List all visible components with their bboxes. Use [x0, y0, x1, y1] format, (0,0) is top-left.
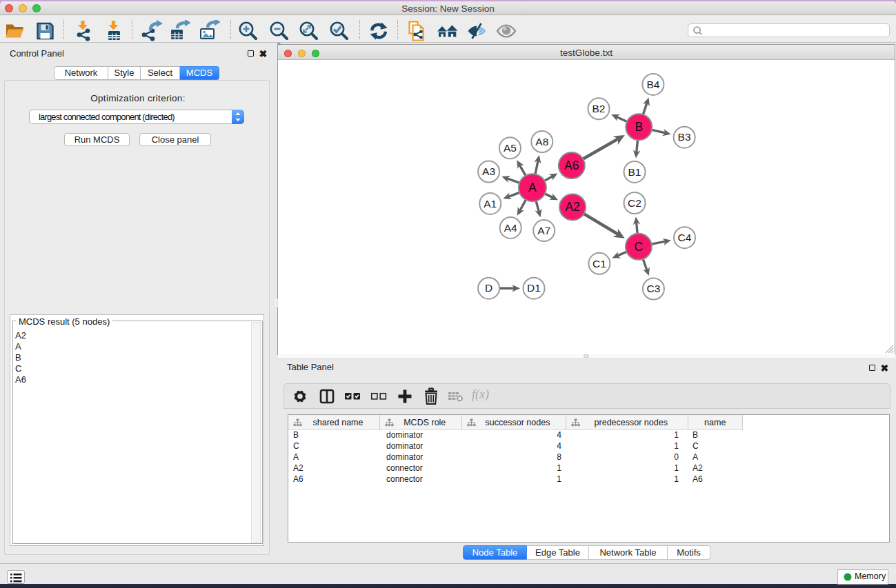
svg-text:C2: C2 — [628, 197, 641, 209]
svg-text:B2: B2 — [593, 103, 606, 114]
svg-text:A8: A8 — [535, 136, 548, 148]
svg-text:A6: A6 — [564, 159, 579, 172]
svg-text:C1: C1 — [593, 258, 606, 270]
svg-text:D1: D1 — [527, 282, 541, 294]
svg-text:A4: A4 — [504, 222, 517, 234]
svg-text:B3: B3 — [678, 131, 691, 143]
svg-text:C3: C3 — [646, 283, 660, 294]
svg-text:B: B — [635, 120, 643, 134]
svg-text:A3: A3 — [482, 165, 495, 177]
svg-text:B1: B1 — [628, 166, 641, 178]
svg-text:C: C — [635, 240, 644, 254]
svg-text:A5: A5 — [504, 142, 517, 154]
svg-text:B4: B4 — [646, 79, 659, 90]
svg-text:A1: A1 — [484, 198, 497, 210]
svg-text:A2: A2 — [565, 200, 579, 214]
svg-text:C4: C4 — [678, 232, 692, 243]
svg-text:D: D — [485, 282, 492, 294]
svg-text:A7: A7 — [537, 225, 550, 236]
svg-text:A: A — [528, 181, 537, 194]
